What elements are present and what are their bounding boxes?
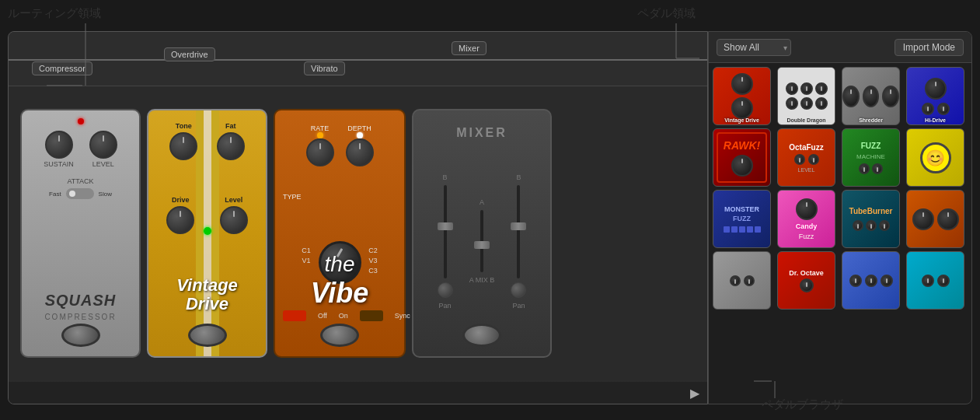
play-button[interactable]: ▶ xyxy=(690,386,699,401)
vintage-fat-label: Fat xyxy=(225,122,236,130)
vintage-level-knob[interactable] xyxy=(220,206,248,234)
pedal-vintage-drive[interactable]: Tone Fat Drive xyxy=(147,109,267,358)
vintage-tone-label: Tone xyxy=(176,122,192,130)
routing-strip: Compressor Overdrive Vibrato Mixer xyxy=(9,32,707,86)
vintage-drive-label: Drive xyxy=(172,196,190,204)
vibe-rate-label: RATE xyxy=(311,124,329,132)
squash-fast-label: Fast xyxy=(49,191,61,198)
mixer-channel-b2: B Pan xyxy=(511,173,526,310)
mixer-thumb-b1[interactable] xyxy=(438,222,453,230)
pedal-vibe[interactable]: RATE DEPTH TYPE C1 V2 xyxy=(274,109,406,358)
vibe-rate-indicator xyxy=(317,132,323,138)
vintage-name: Vintage Drive xyxy=(148,276,266,313)
vibe-toggle-off-on[interactable] xyxy=(283,310,306,321)
browser-pedal-happy-face[interactable]: 😊 xyxy=(906,128,964,187)
squash-level-label: LEVEL xyxy=(92,160,114,168)
browser-header: Show AllCompressorDistortionEQModulation… xyxy=(709,32,971,63)
vibe-depth-knob[interactable] xyxy=(346,138,374,166)
mixer-channel-b1: B Pan xyxy=(438,173,453,310)
vibe-toggle-row: Off On Sync xyxy=(283,310,410,321)
routing-label-mixer[interactable]: Mixer xyxy=(452,41,487,55)
vintage-tone-knob[interactable] xyxy=(169,132,197,160)
routing-label-compressor[interactable]: Compressor xyxy=(32,61,92,75)
browser-pedal-double-dragon[interactable]: Double Dragon xyxy=(777,67,835,125)
pedal-squash-compressor[interactable]: SUSTAIN LEVEL ATTACK Fast Slow SQUASH CO… xyxy=(20,109,141,358)
routing-line xyxy=(9,59,707,61)
vibe-depth-label: DEPTH xyxy=(347,124,371,132)
browser-pedal-candy-fuzz[interactable]: Candy Fuzz xyxy=(777,190,835,248)
mixer-thumb-amix[interactable] xyxy=(474,241,490,249)
mixer-pan-b1[interactable] xyxy=(438,282,453,298)
vintage-footswitch[interactable] xyxy=(188,324,227,347)
vintage-fat-knob[interactable] xyxy=(217,132,245,160)
squash-attack-control: Fast Slow xyxy=(49,188,112,199)
import-mode-button[interactable]: Import Mode xyxy=(895,39,964,56)
mixer-fader-area: B Pan A A MIX B xyxy=(429,157,535,325)
vibe-footswitch[interactable] xyxy=(320,324,359,347)
pedal-browser-label: ペダルブラウザ xyxy=(762,397,843,412)
vibe-sync-label: Sync xyxy=(395,312,410,320)
browser-pedal-orange1[interactable] xyxy=(906,190,964,248)
pedals-area: SUSTAIN LEVEL ATTACK Fast Slow SQUASH CO… xyxy=(9,86,707,380)
browser-grid: Vintage Drive Double Dragon xyxy=(709,63,971,404)
mixer-fader-amix[interactable] xyxy=(480,210,483,272)
vintage-indicator xyxy=(204,227,211,235)
browser-pedal-blue1[interactable] xyxy=(842,251,900,310)
mixer-footswitch[interactable] xyxy=(462,324,501,347)
vibe-toggle-sync[interactable] xyxy=(360,310,383,321)
vibe-type-label: TYPE xyxy=(283,193,302,201)
mixer-fader-b2[interactable] xyxy=(517,185,520,278)
vibe-depth-indicator xyxy=(357,132,363,138)
browser-pedal-rawk[interactable]: RAWK! xyxy=(713,128,771,187)
vintage-drive-knob[interactable] xyxy=(166,206,194,234)
show-all-wrapper[interactable]: Show AllCompressorDistortionEQModulation… xyxy=(717,39,791,56)
vibe-rate-knob[interactable] xyxy=(306,138,334,166)
routing-label-overdrive[interactable]: Overdrive xyxy=(164,47,215,61)
browser-panel: Show AllCompressorDistortionEQModulation… xyxy=(708,31,972,404)
squash-footswitch[interactable] xyxy=(61,324,100,347)
squash-knobs-row: SUSTAIN LEVEL xyxy=(44,131,117,168)
mixer-pan-b2[interactable] xyxy=(511,282,526,298)
squash-led xyxy=(78,118,84,124)
mixer-fader-b1[interactable] xyxy=(444,185,447,278)
browser-pedal-tube-burner[interactable]: TubeBurner xyxy=(842,190,900,248)
vintage-level-label: Level xyxy=(225,196,242,204)
browser-pedal-vintage-drive[interactable]: Vintage Drive xyxy=(713,67,771,125)
squash-attack-switch[interactable] xyxy=(66,188,94,199)
squash-sustain-knob[interactable] xyxy=(45,131,73,159)
vibe-top-knobs: RATE DEPTH xyxy=(295,124,385,166)
browser-pedal-fuzz-machine[interactable]: FUZZ MACHINE xyxy=(842,128,900,187)
browser-pedal-cyan1[interactable] xyxy=(906,251,964,310)
browser-pedal-octafuzz[interactable]: OctaFuzz LEVEL xyxy=(777,128,835,187)
squash-name: SQUASH xyxy=(22,292,139,310)
vibe-on-label: On xyxy=(339,312,348,320)
mixer-name: MIXER xyxy=(413,126,550,140)
show-all-select[interactable]: Show AllCompressorDistortionEQModulation… xyxy=(717,39,791,56)
squash-slow-label: Slow xyxy=(99,191,112,198)
routing-area-label: ルーティング領域 xyxy=(8,6,101,21)
main-container: Compressor Overdrive Vibrato Mixer SUSTA… xyxy=(8,31,972,404)
mixer-channel-amix: A A MIX B xyxy=(469,198,495,284)
vibe-name: the Vibe xyxy=(275,252,404,310)
vibe-off-label: Off xyxy=(318,312,327,320)
routing-label-vibrato[interactable]: Vibrato xyxy=(304,61,345,75)
browser-pedal-hi-drive[interactable]: Hi-Drive xyxy=(906,67,964,125)
browser-pedal-monster-fuzz[interactable]: MONSTER FUZZ xyxy=(713,190,771,248)
squash-sub: COMPRESSOR xyxy=(22,313,139,321)
mixer-thumb-b2[interactable] xyxy=(511,222,526,230)
squash-level-knob[interactable] xyxy=(89,131,117,159)
squash-sustain-label: SUSTAIN xyxy=(44,160,73,168)
browser-pedal-silver1[interactable] xyxy=(713,251,771,310)
pedalboard: Compressor Overdrive Vibrato Mixer SUSTA… xyxy=(8,31,708,404)
bottom-strip: ▶ xyxy=(9,382,707,404)
pedal-area-label: ペダル領域 xyxy=(637,6,696,21)
browser-pedal-shredder[interactable]: Shredder xyxy=(842,67,900,125)
pedal-mixer[interactable]: MIXER B Pan A A xyxy=(412,109,552,358)
browser-pedal-dr-octave[interactable]: Dr. Octave xyxy=(777,251,835,310)
squash-attack-label: ATTACK xyxy=(67,177,93,185)
